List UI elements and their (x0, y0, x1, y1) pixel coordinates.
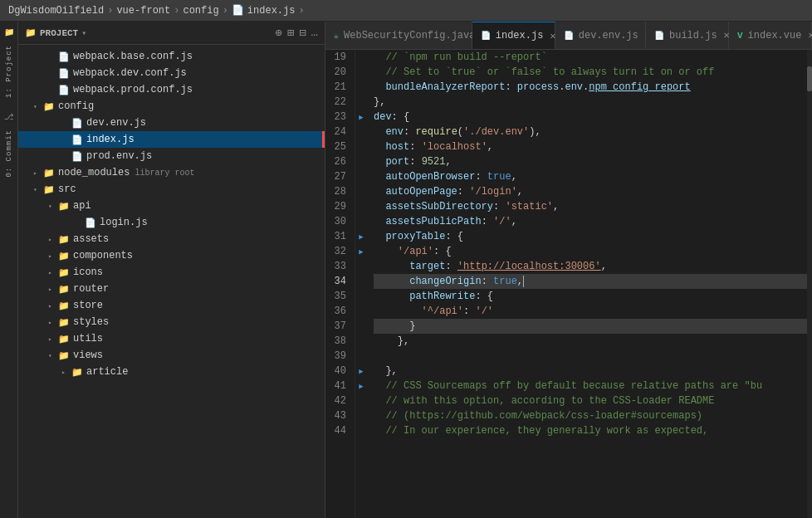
tree-item-webpack-base[interactable]: 📄 webpack.base.conf.js (18, 48, 325, 65)
tree-item-api[interactable]: ▾ 📁 api (18, 198, 325, 214)
line-num-42: 42 (334, 393, 346, 408)
tree-item-store[interactable]: ▸ 📁 store (18, 297, 325, 314)
folder-icon: 📁 (58, 317, 70, 328)
tree-item-article[interactable]: ▸ 📁 article (18, 364, 325, 380)
tree-item-webpack-dev[interactable]: 📄 webpack.dev.conf.js (18, 65, 325, 81)
code-line-33: target : 'http://localhost:30006' , (374, 259, 807, 274)
line-num-24: 24 (334, 125, 346, 139)
code-line-29: assetsSubDirectory : 'static' , (374, 199, 807, 214)
tab-indexjs[interactable]: 📄 index.js ✕ (472, 22, 555, 49)
gutter-41[interactable]: ▶ (355, 379, 367, 393)
editor-area: ☕ WebSecurityConfig.java ✕ 📄 index.js ✕ … (325, 22, 812, 518)
js-icon: 📄 (654, 31, 664, 41)
line-num-38: 38 (334, 334, 346, 349)
folder-icon: 📁 (43, 101, 55, 112)
tree-item-login[interactable]: 📄 login.js (18, 214, 325, 231)
tree-item-dev-env[interactable]: 📄 dev.env.js (18, 115, 325, 131)
tree-item-styles[interactable]: ▸ 📁 styles (18, 314, 325, 330)
file-label: index.js (86, 134, 135, 145)
breadcrumb-root[interactable]: DgWisdomOilfield (8, 5, 104, 17)
tree-item-utils[interactable]: ▸ 📁 utils (18, 330, 325, 347)
fold-arrow-41[interactable]: ▶ (359, 382, 363, 391)
breadcrumb: DgWisdomOilfield › vue-front › config › … (8, 4, 305, 17)
code-line-21: bundleAnalyzerReport : process . env . n… (374, 80, 807, 95)
code-line-25: host : 'localhost' , (374, 139, 807, 154)
line-num-28: 28 (334, 184, 346, 199)
breadcrumb-config[interactable]: config (183, 5, 218, 17)
tab-close-button[interactable]: ✕ (808, 29, 812, 42)
gutter-40[interactable]: ▶ (355, 364, 367, 379)
tree-item-src[interactable]: ▾ 📁 src (18, 181, 325, 198)
folder-icon: 📁 (58, 267, 70, 278)
main-layout: 📁 1: Project ⎇ 0: Commit 📁 Project ▾ ⊕ ⊞… (0, 22, 812, 518)
arrow-icon: ▸ (48, 252, 56, 260)
fold-arrow-23[interactable]: ▶ (359, 113, 363, 122)
tree-item-node-modules[interactable]: ▸ 📁 node_modules library root (18, 164, 325, 181)
arrow-icon: ▾ (33, 186, 42, 193)
explorer-actions: ⊕ ⊞ ⊟ … (275, 26, 318, 40)
gutter-37 (355, 319, 367, 334)
js-file-icon: 📄 (71, 151, 83, 162)
activity-project[interactable]: 📁 (2, 25, 17, 40)
new-file-button[interactable]: ⊕ (275, 26, 281, 40)
gutter-31[interactable]: ▶ (355, 229, 367, 244)
more-options-button[interactable]: … (311, 26, 318, 40)
gutter-19 (355, 50, 367, 65)
gutter-23[interactable]: ▶ (355, 110, 367, 125)
breadcrumb-file[interactable]: index.js (247, 5, 296, 17)
tree-item-views[interactable]: ▾ 📁 views (18, 347, 325, 364)
folder-icon: 📁 (58, 301, 70, 311)
fold-arrow-31[interactable]: ▶ (359, 232, 363, 242)
fold-arrow-40[interactable]: ▶ (359, 367, 363, 376)
gutter-27 (355, 169, 367, 184)
fold-arrow-32[interactable]: ▶ (359, 247, 363, 257)
folder-icon: 📁 (58, 284, 70, 295)
folder-icon: 📁 (58, 201, 70, 212)
file-label: webpack.base.conf.js (73, 51, 193, 62)
activity-label-project: 1: Project (5, 45, 13, 98)
folder-label: src (58, 183, 76, 195)
line-num-33: 33 (334, 259, 346, 274)
code-line-35: pathRewrite : { (374, 289, 807, 304)
tree-item-prod-env[interactable]: 📄 prod.env.js (18, 148, 325, 164)
tree-item-config[interactable]: ▾ 📁 config (18, 98, 325, 115)
collapse-all-button[interactable]: ⊟ (299, 26, 306, 40)
code-line-44: // In our experience, they generally wor… (374, 423, 807, 438)
js-icon: 📄 (564, 31, 574, 41)
code-line-28: autoOpenPage : '/login' , (374, 184, 807, 199)
breadcrumb-vue-front[interactable]: vue-front (116, 5, 170, 17)
tab-devenv[interactable]: 📄 dev.env.js ✕ (555, 22, 646, 49)
tree-item-assets[interactable]: ▸ 📁 assets (18, 231, 325, 247)
tab-websecurity[interactable]: ☕ WebSecurityConfig.java ✕ (325, 22, 472, 49)
folder-label: components (73, 250, 133, 261)
arrow-icon: ▸ (48, 236, 56, 243)
line-num-35: 35 (334, 289, 346, 304)
cursor (523, 276, 524, 287)
tree-item-index-js[interactable]: 📄 index.js (18, 131, 325, 148)
new-folder-button[interactable]: ⊞ (287, 26, 294, 40)
line-num-37: 37 (334, 319, 346, 334)
explorer-tree: 📄 webpack.base.conf.js 📄 webpack.dev.con… (18, 45, 325, 518)
tree-item-components[interactable]: ▸ 📁 components (18, 247, 325, 264)
code-line-20: // Set to `true` or `false` to always tu… (374, 65, 807, 80)
line-numbers: 19 20 21 22 23 24 25 26 27 28 29 30 31 3… (325, 50, 355, 518)
tree-item-router[interactable]: ▸ 📁 router (18, 281, 325, 297)
line-num-30: 30 (334, 214, 346, 229)
gutter-32[interactable]: ▶ (355, 244, 367, 259)
folder-label: styles (73, 316, 109, 328)
line-num-43: 43 (334, 408, 346, 423)
activity-commit[interactable]: ⎇ (2, 110, 17, 125)
editor-content[interactable]: 19 20 21 22 23 24 25 26 27 28 29 30 31 3… (325, 50, 812, 518)
tab-buildjs[interactable]: 📄 build.js ✕ (646, 22, 729, 49)
js-file-icon: 📄 (58, 85, 70, 95)
file-label: webpack.prod.conf.js (73, 84, 193, 95)
gutter-26 (355, 154, 367, 169)
project-dropdown-arrow[interactable]: ▾ (81, 28, 86, 38)
tree-item-webpack-prod[interactable]: 📄 webpack.prod.conf.js (18, 81, 325, 98)
code-lines[interactable]: // `npm run build --report` // Set to `t… (367, 50, 807, 518)
tab-indexvue[interactable]: V index.vue ✕ (729, 22, 812, 49)
gutter-28 (355, 184, 367, 199)
tree-item-icons[interactable]: ▸ 📁 icons (18, 264, 325, 281)
gutter-21 (355, 80, 367, 95)
code-line-30: assetsPublicPath : '/' , (374, 214, 807, 229)
